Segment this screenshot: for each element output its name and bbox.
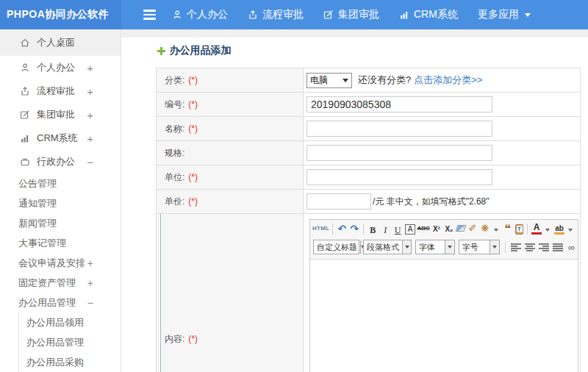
caret-down-icon[interactable] — [402, 240, 411, 254]
briefcase-icon — [20, 157, 30, 167]
caret-down-icon — [525, 13, 531, 17]
required-mark: (*) — [188, 172, 198, 182]
expand-icon[interactable]: + — [87, 257, 93, 269]
header-logo[interactable]: PHPOA协同办公软件 — [0, 0, 121, 29]
expand-icon[interactable]: + — [87, 109, 93, 121]
home-icon — [20, 37, 30, 48]
price-label: 单价: — [165, 196, 184, 208]
nav-item-workflow-approval[interactable]: 流程审批 — [248, 8, 304, 21]
align-left-icon[interactable] — [511, 243, 521, 251]
expand-icon[interactable]: + — [87, 85, 93, 98]
html-source-button[interactable]: HTML — [313, 223, 329, 236]
heading-select[interactable]: 自定义标题 — [313, 240, 359, 254]
font-color-button[interactable]: A — [531, 223, 552, 236]
superscript-button[interactable]: X² — [431, 223, 442, 236]
code-input[interactable] — [306, 96, 492, 112]
rich-text-editor: HTML ↶ ↷ B I U A ABC X² — [309, 219, 578, 372]
expand-icon[interactable]: + — [87, 62, 93, 74]
font-size-value: 字号 — [459, 240, 490, 254]
toolbar-separator — [332, 223, 333, 235]
italic-button[interactable]: I — [380, 223, 390, 236]
quick-format-button[interactable]: ✐ — [467, 223, 478, 236]
caret-down-icon[interactable] — [490, 240, 499, 254]
add-category-link[interactable]: 点击添加分类>> — [414, 74, 482, 87]
nav-item-more-apps[interactable]: 更多应用 — [478, 8, 531, 21]
undo-button[interactable]: ↶ — [337, 223, 347, 236]
sidebar-item-meeting-mgmt[interactable]: 会议申请及安排 + — [0, 253, 121, 273]
code-field-cell — [304, 93, 580, 116]
subscript-button[interactable]: X₂ — [444, 223, 454, 236]
text-style-button[interactable]: A — [405, 224, 415, 235]
remove-format-button[interactable] — [455, 225, 466, 232]
sidebar-item-personal-office[interactable]: 个人办公 + — [0, 56, 121, 79]
price-row: 单价: (*) /元 非中文，如填写格式"2.68" — [157, 190, 580, 214]
required-mark: (*) — [188, 124, 198, 134]
price-label-cell: 单价: (*) — [157, 190, 304, 213]
spec-input[interactable] — [306, 145, 492, 161]
toolbar-separator — [505, 242, 506, 253]
sidebar-item-events-mgmt[interactable]: 大事记管理 — [0, 233, 121, 253]
menu-icon[interactable] — [143, 10, 156, 20]
redo-button[interactable]: ↷ — [349, 223, 359, 236]
highlight-color-button[interactable]: ab — [554, 223, 575, 236]
blockquote-button[interactable]: ❝ — [503, 223, 513, 236]
name-label: 名称: — [165, 123, 184, 135]
expand-icon[interactable]: + — [87, 277, 93, 289]
required-mark: (*) — [188, 334, 198, 344]
align-right-icon[interactable] — [539, 243, 549, 251]
paragraph-format-value: 段落格式 — [364, 240, 402, 254]
nav-item-label: 更多应用 — [478, 8, 519, 21]
edit-icon — [323, 10, 334, 20]
nav-item-group-approval[interactable]: 集团审批 — [323, 8, 379, 21]
sidebar-item-workflow-approval[interactable]: 流程审批 + — [0, 79, 121, 103]
spec-label-cell: 规格: — [157, 141, 304, 165]
font-size-select[interactable]: 字号 — [459, 240, 500, 254]
caret-down-icon[interactable] — [445, 240, 454, 254]
paragraph-format-select[interactable]: 段落格式 — [363, 240, 412, 254]
page: PHPOA协同办公软件 个人办公 流程审批 集团审批 — [0, 0, 588, 372]
sidebar-item-news-mgmt[interactable]: 新闻管理 — [0, 213, 121, 233]
sidebar-item-personal-desktop[interactable]: 个人桌面 — [0, 29, 121, 56]
collapse-icon[interactable]: − — [87, 156, 93, 168]
format-painter-button[interactable]: ❋ — [480, 223, 501, 236]
sidebar-item-announcement-mgmt[interactable]: 公告管理 — [0, 174, 121, 193]
paste-as-text-button[interactable]: T — [515, 224, 523, 235]
sidebar-item-admin-office[interactable]: 行政办公 − — [0, 150, 121, 174]
font-family-select[interactable]: 字体 — [415, 240, 455, 254]
edit-icon — [20, 110, 30, 120]
sidebar-item-group-approval[interactable]: 集团审批 + — [0, 103, 121, 126]
justify-icon[interactable] — [553, 243, 563, 251]
nav-item-crm[interactable]: CRM系统 — [399, 8, 458, 21]
name-input[interactable] — [306, 121, 492, 137]
code-label: 编号: — [165, 99, 184, 111]
spec-row: 规格: — [157, 141, 580, 165]
category-label: 分类: — [165, 74, 184, 87]
sidebar-item-label: 办公用品管理 — [26, 336, 84, 349]
sidebar-item-label: 固定资产管理 — [18, 276, 76, 290]
category-hint: 还没有分类? — [358, 74, 411, 87]
bold-button[interactable]: B — [368, 223, 378, 236]
name-label-cell: 名称: (*) — [157, 117, 304, 140]
sidebar-item-office-supplies-mgmt[interactable]: 办公用品管理 − — [0, 293, 121, 312]
sidebar-item-label: 个人办公 — [37, 61, 75, 74]
upload-icon — [20, 86, 30, 96]
font-family-value: 字体 — [416, 240, 445, 254]
category-select[interactable]: 电脑 — [306, 73, 352, 88]
sidebar-item-crm-system[interactable]: CRM系统 + — [0, 126, 121, 150]
price-input[interactable] — [306, 193, 371, 210]
top-strip — [121, 29, 588, 37]
strikethrough-button[interactable]: ABC — [417, 223, 429, 236]
unit-input[interactable] — [306, 169, 492, 185]
sidebar-item-fixed-assets-mgmt[interactable]: 固定资产管理 + — [0, 273, 121, 293]
nav-item-personal-office[interactable]: 个人办公 — [172, 8, 228, 21]
toolbar-separator — [363, 223, 364, 235]
sidebar-item-label: 通知管理 — [18, 197, 57, 210]
editor-content-area[interactable] — [310, 260, 578, 372]
align-center-icon[interactable] — [525, 243, 535, 251]
collapse-icon[interactable]: − — [87, 297, 93, 309]
link-icon[interactable]: ∞ — [568, 242, 575, 253]
underline-button[interactable]: U — [392, 223, 403, 236]
sidebar-item-notice-mgmt[interactable]: 通知管理 — [0, 193, 121, 213]
expand-icon[interactable]: + — [87, 132, 93, 145]
highlight-color-icon: ab — [554, 223, 564, 235]
